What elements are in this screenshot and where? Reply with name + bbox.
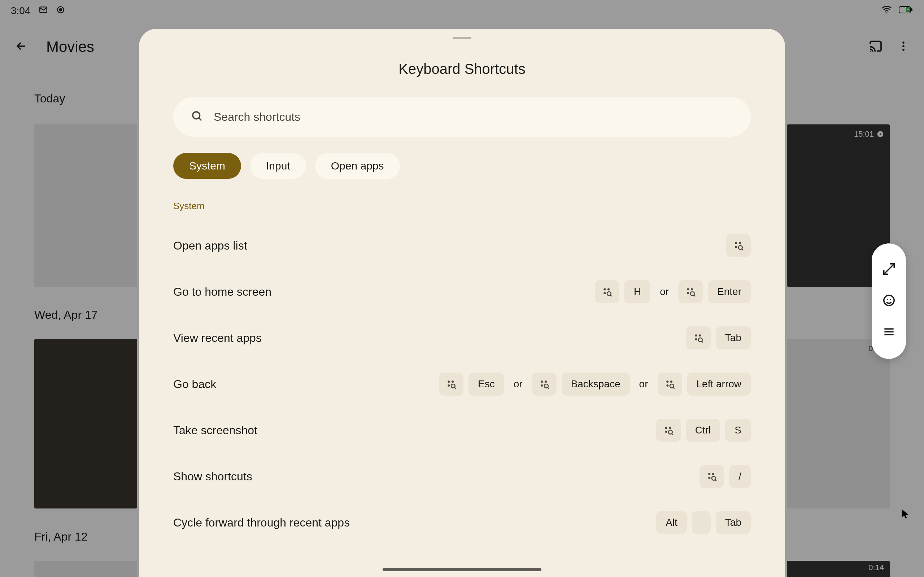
svg-point-31 [698,338,703,342]
tab-row: System Input Open apps [173,153,751,179]
row-label: View recent apps [173,331,262,345]
svg-point-44 [665,427,667,429]
row-open-apps-list: Open apps list [173,222,751,269]
svg-point-16 [735,242,737,244]
nav-bar-handle[interactable] [383,568,541,571]
status-time: 3:04 [11,5,31,16]
svg-point-9 [902,45,905,47]
more-icon[interactable] [897,40,909,54]
svg-point-24 [687,288,689,290]
meta-key-icon [532,372,557,396]
svg-point-8 [902,42,905,44]
section-wed: Wed, Apr 17 [34,308,98,322]
cast-icon[interactable] [868,39,883,55]
svg-point-51 [712,476,716,480]
svg-point-12 [884,295,894,306]
thumbnail[interactable] [34,561,137,577]
meta-key-icon [439,372,464,396]
or-separator: or [509,378,527,390]
svg-point-33 [452,380,454,383]
svg-point-32 [447,380,450,383]
thumb-duration: 0:14 [868,563,884,572]
key-alt: Alt [656,511,687,534]
or-separator: or [656,286,673,298]
key-enter: Enter [708,280,751,303]
status-bar: 3:04 [0,0,924,22]
svg-point-29 [699,334,701,337]
sheet-title: Keyboard Shortcuts [399,61,525,77]
search-field[interactable] [173,97,751,137]
row-label: Cycle forward through recent apps [173,516,350,529]
tab-system[interactable]: System [173,153,241,179]
svg-point-23 [607,292,611,296]
row-cycle-forward: Cycle forward through recent apps Alt Ta… [173,500,751,546]
thumbnail[interactable] [34,339,137,508]
svg-point-13 [887,298,888,300]
svg-point-48 [708,473,710,475]
svg-point-50 [708,477,710,479]
svg-point-22 [604,292,606,294]
meta-key-icon [726,234,751,257]
group-label: System [173,200,751,212]
thumbnail[interactable]: 0:10 [787,339,890,508]
drag-handle[interactable] [452,37,472,39]
row-show-shortcuts: Show shortcuts / [173,453,751,500]
meta-key-icon [686,326,711,350]
row-back: Go back Esc or Backspace or Left arrow [173,361,751,407]
thumbnail[interactable]: 0:14 [787,561,890,577]
row-home: Go to home screen H or Enter [173,269,751,315]
svg-point-7 [870,51,871,52]
tab-open-apps[interactable]: Open apps [315,153,400,179]
gmail-icon [39,5,48,17]
svg-point-39 [544,384,548,388]
mouse-cursor-icon [900,508,910,520]
svg-point-37 [544,380,547,383]
svg-rect-5 [911,8,913,11]
svg-point-18 [735,246,737,248]
tab-input[interactable]: Input [250,153,306,179]
svg-point-34 [447,384,450,387]
svg-point-19 [738,246,743,250]
key-backspace: Backspace [562,372,630,396]
svg-point-43 [670,384,674,388]
meta-key-icon [699,465,724,488]
or-separator: or [635,378,653,390]
emoji-icon[interactable] [882,293,896,309]
svg-point-38 [541,384,543,387]
search-icon [191,110,204,124]
key-tab: Tab [716,326,751,350]
expand-icon[interactable] [882,262,896,277]
section-today: Today [34,92,65,105]
thumbnail[interactable] [34,124,137,287]
svg-point-14 [890,298,891,300]
row-label: Go back [173,377,216,391]
key-ctrl: Ctrl [686,419,720,442]
meta-key-icon [657,372,682,396]
menu-icon[interactable] [882,325,896,340]
svg-point-47 [669,430,672,434]
app-title: Movies [46,38,94,56]
svg-point-36 [541,380,543,383]
search-input[interactable] [214,110,733,124]
svg-point-28 [695,334,697,337]
row-screenshot: Take screenshot Ctrl S [173,407,751,453]
meta-key-icon [656,419,681,442]
svg-point-25 [691,288,693,290]
svg-point-3 [886,12,887,13]
key-tab: Tab [716,511,751,534]
row-label: Open apps list [173,239,247,253]
svg-point-26 [687,292,689,294]
row-label: Show shortcuts [173,470,252,483]
row-label: Go to home screen [173,285,271,298]
svg-point-10 [902,49,905,51]
key-h: H [624,280,650,303]
back-icon[interactable] [15,39,28,55]
svg-point-41 [670,380,672,383]
key-slash: / [729,465,751,488]
thumb-duration: 15:01 [854,129,884,139]
svg-point-46 [665,430,667,433]
shortcuts-sheet: Keyboard Shortcuts System Input Open app… [139,29,785,577]
svg-point-40 [666,380,669,383]
svg-point-17 [739,242,741,244]
svg-point-27 [690,292,695,296]
